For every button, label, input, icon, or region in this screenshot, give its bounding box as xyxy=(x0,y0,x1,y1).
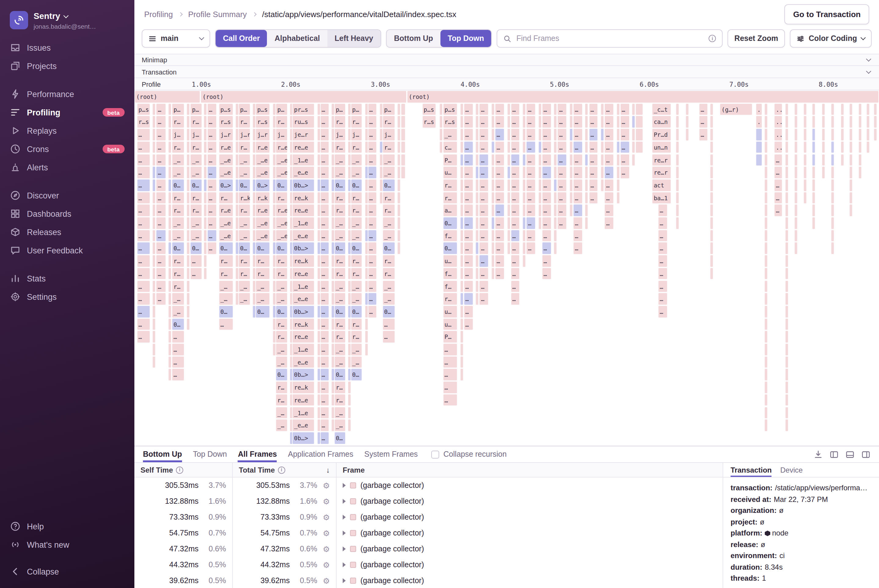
flame-frame[interactable] xyxy=(554,229,557,242)
flame-frame[interactable] xyxy=(803,103,807,116)
flame-frame[interactable] xyxy=(812,103,816,116)
flame-frame[interactable] xyxy=(710,166,714,178)
flame-frame[interactable]: _… xyxy=(334,419,346,431)
flame-frame[interactable] xyxy=(755,154,762,166)
flame-frame[interactable]: _… xyxy=(334,356,346,368)
flame-frame[interactable]: … xyxy=(464,179,473,191)
flame-frame[interactable]: _…e xyxy=(218,166,233,178)
sidebar-item-user-feedback[interactable]: User Feedback xyxy=(0,241,134,260)
flame-frame[interactable]: … xyxy=(526,191,536,204)
flame-frame[interactable] xyxy=(476,141,479,154)
flame-frame[interactable] xyxy=(152,292,155,305)
flame-frame[interactable]: … xyxy=(320,331,329,343)
tab-device[interactable]: Device xyxy=(780,463,802,477)
flame-frame[interactable] xyxy=(152,267,155,280)
flame-frame[interactable] xyxy=(867,141,870,154)
flame-frame[interactable] xyxy=(765,318,768,330)
flame-frame[interactable]: _…e xyxy=(218,154,233,166)
flame-frame[interactable] xyxy=(168,154,172,166)
flame-frame[interactable] xyxy=(439,128,443,141)
flame-frame[interactable] xyxy=(522,217,526,229)
flame-frame[interactable]: r… xyxy=(275,267,287,280)
flame-frame[interactable] xyxy=(710,179,714,191)
flame-frame[interactable]: r… xyxy=(275,394,287,406)
flame-frame[interactable]: … xyxy=(604,191,614,204)
flame-frame[interactable]: … xyxy=(207,179,217,191)
flame-frame[interactable] xyxy=(632,128,636,141)
flame-frame[interactable]: … xyxy=(367,292,377,305)
flame-frame[interactable] xyxy=(554,179,557,191)
flame-frame[interactable] xyxy=(507,242,510,255)
flame-frame[interactable] xyxy=(522,229,526,242)
flame-frame[interactable] xyxy=(507,116,510,128)
flame-frame[interactable] xyxy=(785,292,789,305)
flame-frame[interactable]: _…e xyxy=(275,154,287,166)
flame-frame[interactable]: 0… xyxy=(190,242,202,255)
flame-frame[interactable] xyxy=(397,141,401,154)
flame-frame[interactable] xyxy=(785,166,789,178)
flame-frame[interactable] xyxy=(186,191,190,204)
info-icon[interactable]: i xyxy=(709,35,716,42)
flame-frame[interactable]: … xyxy=(156,204,167,217)
flame-frame[interactable]: r… xyxy=(190,141,202,154)
flame-frame[interactable]: 0…> xyxy=(218,179,233,191)
flame-frame[interactable] xyxy=(460,103,463,116)
flame-frame[interactable]: _… xyxy=(334,343,346,356)
flame-frame[interactable] xyxy=(765,191,768,204)
flame-frame[interactable]: _e…e xyxy=(292,356,315,368)
flame-frame[interactable] xyxy=(765,381,768,393)
flame-frame[interactable] xyxy=(364,343,368,356)
flame-frame[interactable] xyxy=(785,305,789,318)
flame-frame[interactable]: … xyxy=(207,242,217,255)
flame-frame[interactable]: r…e xyxy=(255,204,270,217)
flame-frame[interactable] xyxy=(831,229,834,242)
flame-frame[interactable] xyxy=(522,255,526,267)
flame-frame[interactable]: … xyxy=(443,343,458,356)
flame-frame[interactable] xyxy=(364,318,368,330)
flame-frame[interactable] xyxy=(168,116,172,128)
flame-frame[interactable] xyxy=(168,292,172,305)
flame-frame[interactable] xyxy=(785,229,789,242)
flame-frame[interactable]: … xyxy=(699,103,708,116)
flame-frame[interactable]: (root) xyxy=(201,90,407,103)
flame-frame[interactable]: _… xyxy=(172,217,184,229)
flame-frame[interactable]: … xyxy=(320,432,329,444)
flame-frame[interactable] xyxy=(152,166,155,178)
flame-frame[interactable]: … xyxy=(658,305,668,318)
flame-frame[interactable]: act xyxy=(652,179,671,191)
flame-frame[interactable]: … xyxy=(658,267,668,280)
flame-frame[interactable]: … xyxy=(495,255,505,267)
flame-frame[interactable]: … xyxy=(557,128,567,141)
sidebar-item-whats-new[interactable]: What's new xyxy=(0,536,134,554)
minimap-section-header[interactable]: Minimap xyxy=(134,54,879,66)
gear-icon[interactable]: ⚙ xyxy=(323,544,330,554)
flame-frame[interactable]: … xyxy=(573,191,583,204)
flame-frame[interactable]: … xyxy=(207,141,217,154)
flame-frame[interactable]: … xyxy=(495,141,505,154)
flame-frame[interactable]: r… xyxy=(334,204,346,217)
flame-frame[interactable] xyxy=(676,191,679,204)
flame-frame[interactable]: … xyxy=(510,229,520,242)
flame-frame[interactable] xyxy=(867,103,870,116)
expand-icon[interactable] xyxy=(343,483,346,488)
flame-frame[interactable]: … xyxy=(557,166,567,178)
flame-frame[interactable] xyxy=(538,191,541,204)
flame-frame[interactable] xyxy=(585,166,589,178)
flame-frame[interactable] xyxy=(632,154,636,166)
flame-frame[interactable]: … xyxy=(510,255,520,267)
flame-frame[interactable]: … xyxy=(510,179,520,191)
table-row[interactable]: 44.32ms0.5%44.32ms0.5%⚙(garbage collecto… xyxy=(134,557,723,573)
flame-frame[interactable]: … xyxy=(137,292,150,305)
flame-frame[interactable]: … xyxy=(464,242,473,255)
flame-frame[interactable]: … xyxy=(367,255,377,267)
flame-frame[interactable]: _… xyxy=(350,217,362,229)
flame-frame[interactable] xyxy=(636,128,643,141)
flame-frame[interactable]: … xyxy=(464,116,473,128)
flame-frame[interactable] xyxy=(785,204,789,217)
flame-frame[interactable]: _…e xyxy=(255,217,270,229)
flame-frame[interactable]: … xyxy=(479,242,489,255)
flame-frame[interactable] xyxy=(831,191,834,204)
flame-frame[interactable]: … xyxy=(207,166,217,178)
flame-frame[interactable]: r… xyxy=(172,204,184,217)
flame-frame[interactable] xyxy=(204,154,207,166)
